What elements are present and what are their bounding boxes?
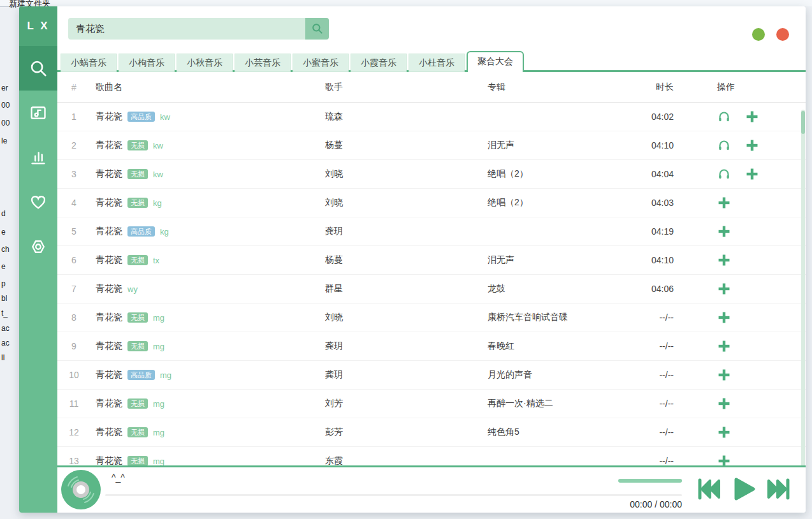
sidebar-item-songlist[interactable] (19, 91, 57, 135)
song-name-cell: 青花瓷无损mg (91, 455, 325, 466)
add-icon[interactable] (717, 196, 731, 210)
tab-小芸音乐[interactable]: 小芸音乐 (235, 54, 291, 72)
close-button[interactable] (776, 28, 789, 41)
tab-小枸音乐[interactable]: 小枸音乐 (119, 54, 175, 72)
song-duration: --/-- (641, 370, 679, 380)
song-index: 12 (57, 427, 91, 437)
song-row[interactable]: 4青花瓷无损kg刘晓绝唱（2）04:03 (57, 189, 806, 217)
source-tag: mg (153, 457, 164, 466)
song-row[interactable]: 11青花瓷无损mg刘芳再醉一次·精选二--/-- (57, 390, 806, 418)
source-tag: wy (127, 284, 138, 294)
song-artist: 龚玥 (325, 226, 488, 237)
desktop-text-fragment: e (1, 262, 20, 271)
minimize-button[interactable] (752, 28, 765, 41)
song-name-cell: 青花瓷无损mg (91, 340, 325, 352)
add-icon[interactable] (717, 425, 731, 439)
song-artist: 彭芳 (325, 427, 488, 438)
song-row[interactable]: 5青花瓷高品质kg龚玥04:19 (57, 217, 806, 246)
quality-badge: 无损 (127, 398, 148, 409)
song-title: 青花瓷 (96, 398, 122, 409)
search-input[interactable] (68, 18, 305, 40)
tab-小秋音乐[interactable]: 小秋音乐 (177, 54, 233, 72)
song-row[interactable]: 6青花瓷无损tx杨蔓泪无声04:10 (57, 246, 806, 275)
previous-track-button[interactable] (697, 477, 721, 501)
tab-小杜音乐[interactable]: 小杜音乐 (409, 54, 465, 72)
sidebar-item-settings[interactable] (19, 224, 57, 269)
song-duration: 04:03 (641, 198, 679, 208)
add-icon[interactable] (717, 311, 731, 325)
add-icon[interactable] (717, 454, 731, 466)
scrollbar-track[interactable] (801, 110, 805, 472)
source-tag: kw (153, 170, 163, 179)
next-track-button[interactable] (767, 477, 791, 501)
song-album: 月光的声音 (488, 369, 641, 381)
song-actions (679, 196, 806, 210)
song-actions (679, 224, 806, 238)
song-artist: 刘晓 (325, 312, 488, 323)
song-index: 5 (57, 226, 91, 237)
quality-badge: 无损 (127, 169, 148, 179)
song-title: 青花瓷 (96, 197, 122, 208)
desktop-text-fragment: d (1, 209, 20, 218)
song-row[interactable]: 13青花瓷无损mg东霞--/-- (57, 447, 806, 466)
sidebar-item-leaderboard[interactable] (19, 135, 57, 180)
sidebar-item-love[interactable] (19, 180, 57, 224)
tab-小蜜音乐[interactable]: 小蜜音乐 (293, 54, 349, 72)
song-artist: 杨蔓 (325, 140, 488, 151)
song-artist: 东霞 (325, 455, 488, 466)
add-icon[interactable] (717, 224, 731, 238)
song-row[interactable]: 1青花瓷高品质kw琉森04:02 (57, 103, 806, 131)
tab-小霞音乐[interactable]: 小霞音乐 (351, 54, 407, 72)
song-row[interactable]: 7青花瓷wy群星龙鼓04:06 (57, 275, 806, 303)
header-num: # (57, 82, 91, 92)
tab-bar: 小蜗音乐小枸音乐小秋音乐小芸音乐小蜜音乐小霞音乐小杜音乐聚合大会 (57, 51, 806, 72)
tab-聚合大会[interactable]: 聚合大会 (467, 51, 524, 72)
add-icon[interactable] (745, 138, 759, 152)
song-row[interactable]: 8青花瓷无损mg刘晓康桥汽车音响试音碟--/-- (57, 303, 806, 332)
song-title: 青花瓷 (96, 369, 122, 381)
song-duration: --/-- (641, 312, 679, 323)
source-tag: tx (153, 256, 159, 265)
add-icon[interactable] (717, 253, 731, 267)
listen-icon[interactable] (717, 138, 731, 152)
song-actions (679, 339, 806, 353)
add-icon[interactable] (745, 167, 759, 181)
song-actions (679, 397, 806, 411)
album-disc-icon (61, 469, 101, 513)
desktop-text-fragment: ch (1, 245, 20, 254)
table-header: # 歌曲名 歌手 专辑 时长 操作 (57, 72, 806, 103)
listen-icon[interactable] (717, 110, 731, 124)
add-icon[interactable] (717, 339, 731, 353)
desktop-text-fragment: e (1, 228, 20, 237)
playback-progress-bar[interactable] (105, 494, 682, 496)
song-row[interactable]: 2青花瓷无损kw杨蔓泪无声04:10 (57, 131, 806, 160)
song-name-cell: 青花瓷无损tx (91, 254, 325, 266)
desktop-text-fragment: t_ (1, 309, 20, 318)
desktop-text-fragment: 00 (1, 119, 20, 128)
source-tag: mg (153, 313, 164, 323)
add-icon[interactable] (745, 110, 759, 124)
quality-badge: 无损 (127, 427, 148, 437)
scrollbar-thumb[interactable] (801, 111, 805, 134)
song-album: 泪无声 (488, 140, 641, 151)
song-title: 青花瓷 (96, 254, 122, 266)
sidebar-item-search[interactable] (19, 46, 57, 91)
search-button[interactable] (305, 18, 329, 40)
song-duration: --/-- (641, 341, 679, 351)
song-actions (679, 368, 806, 382)
song-row[interactable]: 3青花瓷无损kw刘晓绝唱（2）04:04 (57, 160, 806, 189)
add-icon[interactable] (717, 397, 731, 411)
song-row[interactable]: 12青花瓷无损mg彭芳纯色角5--/-- (57, 418, 806, 447)
quality-badge: 无损 (127, 140, 148, 150)
song-row[interactable]: 9青花瓷无损mg龚玥春晚红--/-- (57, 332, 806, 361)
volume-slider[interactable] (618, 479, 682, 483)
song-album: 绝唱（2） (488, 168, 641, 180)
now-playing-title: ^_^ (112, 472, 125, 483)
song-actions (679, 167, 806, 181)
tab-小蜗音乐[interactable]: 小蜗音乐 (61, 54, 117, 72)
add-icon[interactable] (717, 282, 731, 296)
add-icon[interactable] (717, 368, 731, 382)
song-row[interactable]: 10青花瓷高品质mg龚玥月光的声音--/-- (57, 361, 806, 390)
play-button[interactable] (731, 476, 757, 502)
listen-icon[interactable] (717, 167, 731, 181)
